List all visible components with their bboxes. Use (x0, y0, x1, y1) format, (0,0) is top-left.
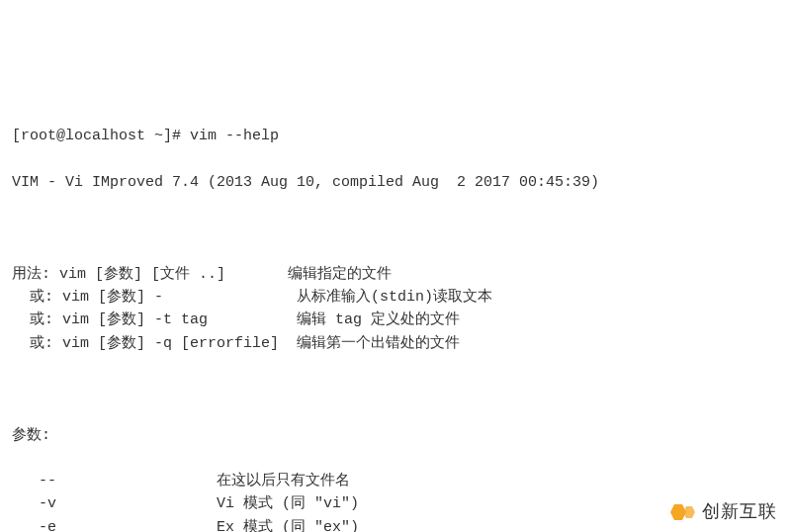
prompt-line: [root@localhost ~]# vim --help (12, 125, 777, 147)
watermark-icon (668, 500, 698, 524)
params-header: 参数: (12, 424, 777, 447)
blank-line (12, 217, 777, 239)
blank-line (12, 378, 777, 400)
usage-block: 用法: vim [参数] [文件 ..] 编辑指定的文件 或: vim [参数]… (12, 263, 777, 355)
param-line: -- 在这以后只有文件名 (12, 470, 777, 492)
watermark-text: 创新互联 (702, 498, 777, 526)
watermark: 创新互联 (668, 498, 777, 526)
usage-line: 或: vim [参数] -q [errorfile] 编辑第一个出错处的文件 (12, 332, 777, 355)
usage-line: 用法: vim [参数] [文件 ..] 编辑指定的文件 (12, 263, 777, 286)
params-block: -- 在这以后只有文件名 -v Vi 模式 (同 "vi") -e Ex 模式 … (12, 470, 777, 532)
version-line: VIM - Vi IMproved 7.4 (2013 Aug 10, comp… (12, 171, 777, 194)
usage-line: 或: vim [参数] -t tag 编辑 tag 定义处的文件 (12, 309, 777, 331)
usage-line: 或: vim [参数] - 从标准输入(stdin)读取文本 (12, 286, 777, 309)
param-line: -e Ex 模式 (同 "ex") (12, 516, 777, 533)
terminal-output: [root@localhost ~]# vim --help VIM - Vi … (12, 102, 777, 532)
param-line: -v Vi 模式 (同 "vi") (12, 492, 777, 515)
